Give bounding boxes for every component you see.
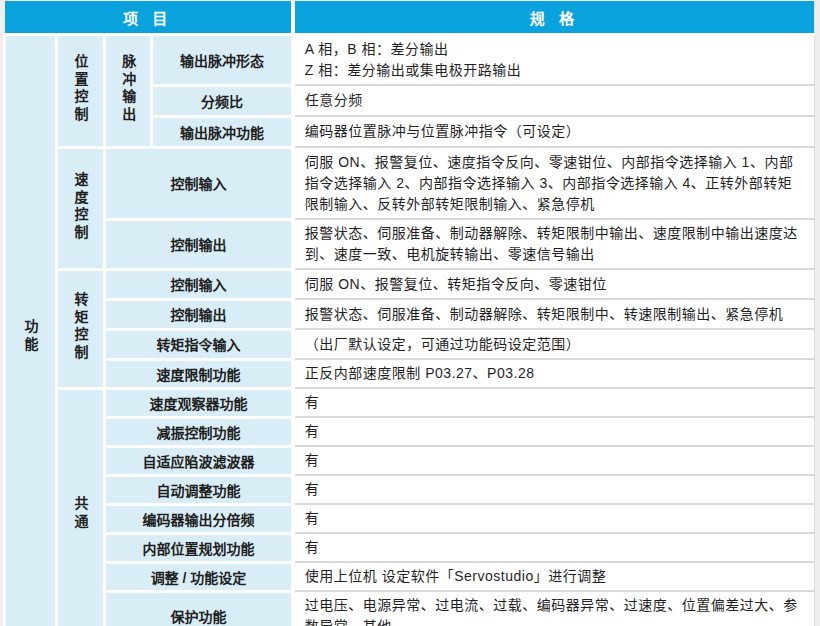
spec-cell: 伺服 ON、报警复位、转矩指令反向、零速钳位 [293,269,815,299]
spec-cell: 报警状态、伺服准备、制动器解除、转矩限制中输出、速度限制中输出速度达到、速度一致… [293,219,815,269]
spec-cell: 有 [293,417,815,446]
spec-cell: 有 [293,533,815,562]
spec-cell: A 相，B 相：差分输出 Z 相：差分输出或集电极开路输出 [293,35,815,86]
row-label: 控制输出 [105,299,293,329]
table-row: 功能 位置控制 脉冲输出 输出脉冲形态 A 相，B 相：差分输出 Z 相：差分输… [5,35,815,86]
section-label-position-control: 位置控制 [57,35,105,148]
row-label: 速度限制功能 [105,359,293,388]
spec-cell: 有 [293,475,815,504]
spec-cell: 过电压、电源异常、过电流、过载、编码器异常、过速度、位置偏差过大、参数异常、其他 [293,591,815,626]
table-row: 调整 / 功能设定 使用上位机 设定软件「Servostudio」进行调整 [5,562,815,591]
row-label: 分频比 [152,85,293,116]
row-label: 输出脉冲形态 [152,35,293,86]
row-label: 编码器输出分倍频 [105,504,293,533]
section-label-speed-control: 速度控制 [57,147,105,269]
row-label: 控制输入 [105,269,293,299]
row-label: 速度观察器功能 [105,388,293,417]
col-header-spec: 规 格 [293,1,815,35]
row-label: 控制输出 [105,219,293,269]
table-row: 转矩控制 控制输入 伺服 ON、报警复位、转矩指令反向、零速钳位 [5,269,815,299]
header-row: 项 目 规 格 [5,1,815,35]
table-row: 保护功能 过电压、电源异常、过电流、过载、编码器异常、过速度、位置偏差过大、参数… [5,591,815,626]
row-label: 控制输入 [105,147,293,219]
spec-cell: 有 [293,388,815,417]
table-row: 内部位置规划功能 有 [5,533,815,562]
row-label: 内部位置规划功能 [105,533,293,562]
spec-cell: 任意分频 [293,85,815,116]
function-group-cell: 功能 [5,35,57,626]
table-row: 速度控制 控制输入 伺服 ON、报警复位、速度指令反向、零速钳位、内部指令选择输… [5,147,815,219]
function-group-label: 功能 [22,319,38,354]
table-row: 共通 速度观察器功能 有 [5,388,815,417]
section-label-common: 共通 [57,388,105,626]
page: 项 目 规 格 功能 位置控制 脉冲输出 输出脉冲形态 A 相，B 相：差分输出… [0,0,820,626]
table-row: 转矩指令输入 （出厂默认设定，可通过功能码设定范围） [5,329,815,359]
section-label-torque-control: 转矩控制 [57,269,105,388]
table-row: 自适应陷波滤波器 有 [5,446,815,475]
row-label: 调整 / 功能设定 [105,562,293,591]
table-row: 减振控制功能 有 [5,417,815,446]
table-row: 编码器输出分倍频 有 [5,504,815,533]
spec-table: 项 目 规 格 功能 位置控制 脉冲输出 输出脉冲形态 A 相，B 相：差分输出… [3,1,815,626]
row-label: 输出脉冲功能 [152,116,293,147]
subsection-label-pulse-output: 脉冲输出 [105,35,152,148]
row-label: 转矩指令输入 [105,329,293,359]
spec-cell: 伺服 ON、报警复位、速度指令反向、零速钳位、内部指令选择输入 1、内部指令选择… [293,147,815,219]
row-label: 保护功能 [105,591,293,626]
row-label: 减振控制功能 [105,417,293,446]
row-label: 自适应陷波滤波器 [105,446,293,475]
table-row: 自动调整功能 有 [5,475,815,504]
spec-cell: 报警状态、伺服准备、制动器解除、转矩限制中、转速限制输出、紧急停机 [293,299,815,329]
spec-cell: 有 [293,504,815,533]
table-row: 速度限制功能 正反内部速度限制 P03.27、P03.28 [5,359,815,388]
col-header-item: 项 目 [5,1,293,35]
spec-cell: 编码器位置脉冲与位置脉冲指令（可设定） [293,116,815,147]
spec-cell: 有 [293,446,815,475]
spec-cell: 使用上位机 设定软件「Servostudio」进行调整 [293,562,815,591]
row-label: 自动调整功能 [105,475,293,504]
table-row: 控制输出 报警状态、伺服准备、制动器解除、转矩限制中、转速限制输出、紧急停机 [5,299,815,329]
table-row: 控制输出 报警状态、伺服准备、制动器解除、转矩限制中输出、速度限制中输出速度达到… [5,219,815,269]
spec-cell: （出厂默认设定，可通过功能码设定范围） [293,329,815,359]
spec-cell: 正反内部速度限制 P03.27、P03.28 [293,359,815,388]
